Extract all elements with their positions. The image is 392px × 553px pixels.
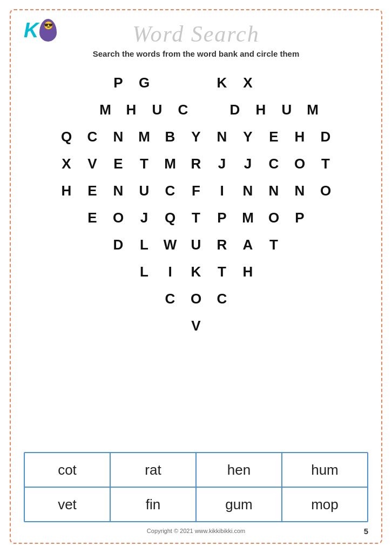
grid-cell: C xyxy=(79,123,105,150)
grid-cell xyxy=(261,285,287,312)
grid-cell: D xyxy=(313,123,339,150)
grid-cell xyxy=(131,312,157,339)
grid-cell: K xyxy=(183,258,209,285)
grid-cell xyxy=(53,204,79,231)
grid-cell xyxy=(105,285,131,312)
grid-cell: J xyxy=(235,150,261,177)
grid-cell: X xyxy=(235,69,261,96)
grid-cell: D xyxy=(222,96,248,123)
grid-cell xyxy=(287,312,313,339)
grid-cell: U xyxy=(183,231,209,258)
grid-cell: X xyxy=(53,150,79,177)
grid-cell xyxy=(313,231,339,258)
grid-cell xyxy=(105,258,131,285)
grid-cell: C xyxy=(261,150,287,177)
grid-cell: C xyxy=(157,285,183,312)
word-bank-cell: fin xyxy=(111,488,197,521)
grid-cell xyxy=(313,312,339,339)
grid-cell: A xyxy=(235,231,261,258)
grid-row: DLWURAT xyxy=(53,231,339,258)
grid-row: HENUCFINNNO xyxy=(53,177,339,204)
word-bank-cell: vet xyxy=(25,488,111,521)
grid-cell: T xyxy=(183,204,209,231)
grid-cell xyxy=(53,312,79,339)
word-bank-cell: hen xyxy=(197,453,282,487)
header: K Word Search Search the words from the … xyxy=(24,19,368,58)
grid-cell: E xyxy=(79,177,105,204)
grid-cell xyxy=(287,285,313,312)
grid-cell xyxy=(287,69,313,96)
grid-cell: O xyxy=(183,285,209,312)
grid-cell: H xyxy=(287,123,313,150)
grid-cell: N xyxy=(105,123,131,150)
grid-row: PGKX xyxy=(79,69,313,96)
grid-cell: Q xyxy=(157,204,183,231)
grid-row: EOJQTPMOP xyxy=(53,204,339,231)
grid-cell xyxy=(79,285,105,312)
grid-cell: Y xyxy=(183,123,209,150)
grid-row: COC xyxy=(53,285,339,312)
grid-cell: P xyxy=(105,69,131,96)
grid-cell xyxy=(105,312,131,339)
logo-bean xyxy=(39,19,57,42)
grid-cell: H xyxy=(235,258,261,285)
grid-cell: N xyxy=(235,177,261,204)
grid-cell: H xyxy=(118,96,144,123)
grid-cell: T xyxy=(261,231,287,258)
grid-cell: I xyxy=(209,177,235,204)
grid-cell: T xyxy=(209,258,235,285)
grid-cell: V xyxy=(183,312,209,339)
grid-cell xyxy=(79,258,105,285)
grid-cell: O xyxy=(261,204,287,231)
page-number: 5 xyxy=(364,527,368,536)
grid-row: XVETMRJJCOT xyxy=(53,150,339,177)
grid-cell: H xyxy=(248,96,274,123)
grid-cell: R xyxy=(209,231,235,258)
copyright-text: Copyright © 2021 www.kikkibikki.com xyxy=(147,528,245,534)
grid-cell xyxy=(131,285,157,312)
grid-cell: U xyxy=(144,96,170,123)
grid-cell: E xyxy=(105,150,131,177)
grid-cell: T xyxy=(131,150,157,177)
grid-cell xyxy=(261,312,287,339)
grid-cell: L xyxy=(131,231,157,258)
grid-cell xyxy=(287,258,313,285)
grid-cell: C xyxy=(209,285,235,312)
grid-cell: H xyxy=(53,177,79,204)
grid-cell xyxy=(261,258,287,285)
word-bank-cell: mop xyxy=(282,488,367,521)
grid-row: V xyxy=(53,312,339,339)
grid-cell: D xyxy=(105,231,131,258)
grid-cell: M xyxy=(157,150,183,177)
grid-cell xyxy=(235,285,261,312)
grid-cell xyxy=(209,312,235,339)
word-search-grid: PGKXMHUCDHUMQCNMBYNYEHDXVETMRJJCOTHENUCF… xyxy=(53,69,339,446)
grid-cell: P xyxy=(209,204,235,231)
grid-cell: F xyxy=(183,177,209,204)
grid-cell xyxy=(196,96,222,123)
grid-cell xyxy=(53,231,79,258)
grid-cell: C xyxy=(170,96,196,123)
word-bank-cell: cot xyxy=(25,453,111,487)
grid-cell xyxy=(183,69,209,96)
grid-cell xyxy=(235,312,261,339)
word-bank-row: cotrathenhum xyxy=(25,453,367,488)
grid-cell xyxy=(313,285,339,312)
word-bank: cotrathenhumvetfingummop xyxy=(24,452,368,522)
grid-cell xyxy=(157,69,183,96)
word-bank-row: vetfingummop xyxy=(25,488,367,521)
grid-cell: V xyxy=(79,150,105,177)
logo: K xyxy=(24,19,57,42)
footer: Copyright © 2021 www.kikkibikki.com 5 xyxy=(24,528,368,534)
grid-cell: I xyxy=(157,258,183,285)
grid-cell: N xyxy=(287,177,313,204)
grid-cell xyxy=(261,69,287,96)
grid-cell: M xyxy=(92,96,118,123)
grid-row: QCNMBYNYEHD xyxy=(53,123,339,150)
word-bank-cell: gum xyxy=(197,488,282,521)
grid-cell: J xyxy=(131,204,157,231)
grid-cell: R xyxy=(183,150,209,177)
grid-cell xyxy=(157,312,183,339)
page-title: Word Search xyxy=(132,21,260,47)
grid-cell: O xyxy=(105,204,131,231)
